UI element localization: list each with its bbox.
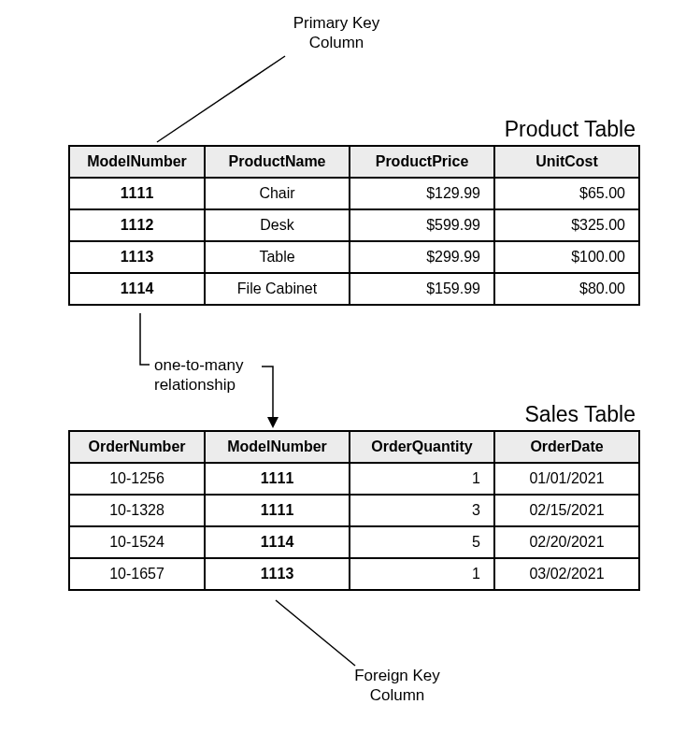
relationship-annotation-text: one-to-manyrelationship (154, 356, 243, 394)
header-orderquantity: OrderQuantity (350, 431, 494, 463)
product-table-title: Product Table (402, 117, 636, 142)
header-ordernumber: OrderNumber (69, 431, 205, 463)
cell-qty: 3 (350, 495, 494, 526)
cell-cost: $325.00 (494, 209, 639, 241)
table-row: 10-1657 1113 1 03/02/2021 (69, 558, 639, 590)
table-row: 1112 Desk $599.99 $325.00 (69, 209, 639, 241)
product-table-title-text: Product Table (505, 117, 636, 141)
table-row: 10-1328 1111 3 02/15/2021 (69, 495, 639, 526)
cell-model: 1111 (69, 178, 205, 209)
cell-price: $159.99 (350, 273, 494, 305)
primary-key-connector (157, 56, 285, 142)
table-row: 1113 Table $299.99 $100.00 (69, 241, 639, 273)
cell-date: 03/02/2021 (494, 558, 639, 590)
cell-model: 1113 (69, 241, 205, 273)
sales-table-title: Sales Table (402, 402, 636, 427)
foreign-key-annotation-text: Foreign KeyColumn (354, 667, 440, 704)
cell-order: 10-1524 (69, 526, 205, 558)
header-modelnumber-sales: ModelNumber (205, 431, 350, 463)
relationship-connector-top (140, 313, 150, 365)
cell-qty: 5 (350, 526, 494, 558)
header-productprice: ProductPrice (350, 146, 494, 178)
cell-model: 1111 (205, 495, 350, 526)
sales-table: OrderNumber ModelNumber OrderQuantity Or… (68, 430, 640, 591)
cell-order: 10-1328 (69, 495, 205, 526)
cell-date: 01/01/2021 (494, 463, 639, 495)
table-row: 10-1256 1111 1 01/01/2021 (69, 463, 639, 495)
cell-cost: $100.00 (494, 241, 639, 273)
cell-model: 1112 (69, 209, 205, 241)
product-table: ModelNumber ProductName ProductPrice Uni… (68, 145, 640, 306)
cell-order: 10-1256 (69, 463, 205, 495)
sales-table-title-text: Sales Table (525, 402, 636, 426)
table-header-row: ModelNumber ProductName ProductPrice Uni… (69, 146, 639, 178)
table-row: 10-1524 1114 5 02/20/2021 (69, 526, 639, 558)
header-modelnumber: ModelNumber (69, 146, 205, 178)
relationship-annotation: one-to-manyrelationship (154, 355, 266, 395)
cell-qty: 1 (350, 558, 494, 590)
foreign-key-annotation: Foreign KeyColumn (341, 666, 453, 706)
cell-price: $299.99 (350, 241, 494, 273)
cell-price: $129.99 (350, 178, 494, 209)
cell-model: 1114 (69, 273, 205, 305)
cell-cost: $65.00 (494, 178, 639, 209)
cell-order: 10-1657 (69, 558, 205, 590)
relationship-arrowhead (267, 417, 279, 428)
header-productname: ProductName (205, 146, 350, 178)
cell-model: 1111 (205, 463, 350, 495)
cell-date: 02/20/2021 (494, 526, 639, 558)
cell-name: Desk (205, 209, 350, 241)
foreign-key-connector (276, 600, 355, 666)
primary-key-annotation: Primary KeyColumn (280, 13, 393, 53)
table-header-row: OrderNumber ModelNumber OrderQuantity Or… (69, 431, 639, 463)
cell-cost: $80.00 (494, 273, 639, 305)
header-orderdate: OrderDate (494, 431, 639, 463)
cell-model: 1113 (205, 558, 350, 590)
cell-price: $599.99 (350, 209, 494, 241)
cell-name: File Cabinet (205, 273, 350, 305)
table-row: 1111 Chair $129.99 $65.00 (69, 178, 639, 209)
table-row: 1114 File Cabinet $159.99 $80.00 (69, 273, 639, 305)
primary-key-annotation-text: Primary KeyColumn (293, 14, 380, 51)
cell-model: 1114 (205, 526, 350, 558)
cell-name: Table (205, 241, 350, 273)
header-unitcost: UnitCost (494, 146, 639, 178)
connector-lines (0, 0, 700, 733)
cell-name: Chair (205, 178, 350, 209)
cell-qty: 1 (350, 463, 494, 495)
cell-date: 02/15/2021 (494, 495, 639, 526)
